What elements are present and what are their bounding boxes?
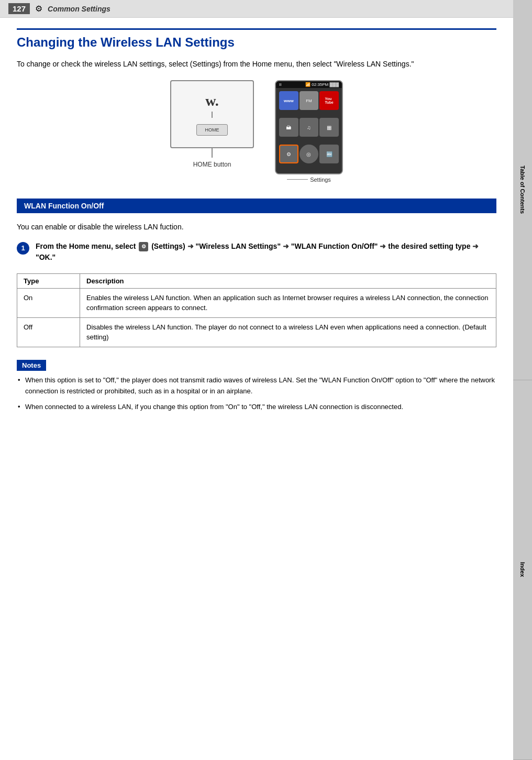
phone-icon-settings: ⚙: [279, 145, 298, 164]
table-cell-type-on: On: [17, 288, 80, 317]
home-device-container: w. HOME HOME button: [170, 80, 254, 168]
phone-icon-other: 🔤: [319, 145, 339, 164]
table-header-type: Type: [17, 273, 80, 288]
table-row: Off Disables the wireless LAN function. …: [17, 317, 496, 347]
phone-screen-image: II 📶 02:35PM ▓▓▓ www FM YouTube 🏔 ♫ ▦ ⚙ …: [275, 80, 343, 174]
side-tabs: Table of Contents Index: [513, 0, 532, 760]
page-title: Changing the Wireless LAN Settings: [17, 28, 496, 50]
tab-table-of-contents[interactable]: Table of Contents: [513, 0, 532, 380]
phone-icon-photo: 🏔: [279, 118, 298, 137]
phone-status-bar: II 📶 02:35PM ▓▓▓: [276, 81, 342, 88]
table-cell-desc-off: Disables the wireless LAN function. The …: [80, 317, 496, 347]
walkman-logo: w.: [205, 93, 219, 109]
home-button-label: HOME button: [193, 161, 231, 168]
notes-list: When this option is set to "Off," the pl…: [17, 375, 496, 413]
step-text: From the Home menu, select ⚙ (Settings) …: [36, 241, 496, 263]
header-bar: 127 ⚙ Common Settings: [0, 0, 513, 18]
page-number: 127: [8, 3, 30, 14]
content-area: Changing the Wireless LAN Settings To ch…: [0, 18, 513, 442]
step-settings-icon: ⚙: [139, 242, 148, 251]
tab-index[interactable]: Index: [513, 380, 532, 761]
phone-icon-youtube: YouTube: [319, 91, 339, 111]
list-item: When connected to a wireless LAN, if you…: [17, 402, 496, 413]
section-header: WLAN Function On/Off: [17, 199, 496, 213]
table-row: On Enables the wireless LAN function. Wh…: [17, 288, 496, 317]
phone-icon-fm: FM: [300, 91, 319, 111]
main-content: 127 ⚙ Common Settings Changing the Wirel…: [0, 0, 513, 442]
notes-label: Notes: [17, 360, 46, 371]
phone-icon-www: www: [279, 91, 298, 111]
step-number: 1: [17, 242, 29, 255]
header-title: Common Settings: [48, 5, 110, 13]
settings-text: Settings: [310, 177, 331, 183]
notes-box: Notes When this option is set to "Off," …: [17, 360, 496, 413]
settings-table: Type Description On Enables the wireless…: [17, 273, 496, 347]
phone-icon-video: ▦: [319, 118, 339, 137]
phone-icon-circle: ◎: [300, 145, 319, 164]
intro-text: To change or check the wireless LAN sett…: [17, 59, 496, 70]
settings-label-line: Settings: [287, 177, 331, 183]
section-intro: You can enable or disable the wireless L…: [17, 222, 496, 233]
phone-screen-container: II 📶 02:35PM ▓▓▓ www FM YouTube 🏔 ♫ ▦ ⚙ …: [275, 80, 343, 183]
home-button-rect: HOME: [196, 124, 228, 136]
home-device-image: w. HOME: [170, 80, 254, 148]
table-cell-type-off: Off: [17, 317, 80, 347]
images-section: w. HOME HOME button II 📶 02:35PM ▓▓▓: [17, 80, 496, 183]
table-header-description: Description: [80, 273, 496, 288]
table-cell-desc-on: Enables the wireless LAN function. When …: [80, 288, 496, 317]
phone-grid: www FM YouTube 🏔 ♫ ▦ ⚙ ◎ 🔤: [276, 88, 342, 173]
list-item: When this option is set to "Off," the pl…: [17, 375, 496, 397]
phone-icon-music: ♫: [300, 118, 319, 137]
settings-header-icon: ⚙: [35, 4, 42, 14]
step-block: 1 From the Home menu, select ⚙ (Settings…: [17, 241, 496, 263]
